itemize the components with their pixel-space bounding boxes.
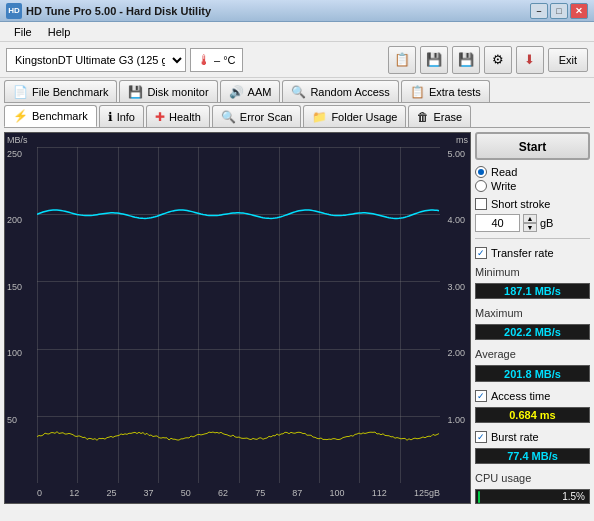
gb-label: gB [540, 217, 553, 229]
aam-icon: 🔊 [229, 85, 244, 99]
disk-monitor-icon: 💾 [128, 85, 143, 99]
file-benchmark-icon: 📄 [13, 85, 28, 99]
y-left-3: 100 [7, 348, 39, 358]
tab-file-benchmark[interactable]: 📄 File Benchmark [4, 80, 117, 102]
radio-read-label: Read [491, 166, 517, 178]
info-icon: ℹ [108, 110, 113, 124]
average-value: 201.8 MB/s [475, 365, 590, 381]
maximum-label: Maximum [475, 307, 590, 319]
tab-folder-usage-label: Folder Usage [331, 111, 397, 123]
temp-display: 🌡 – °C [190, 48, 243, 72]
spin-down[interactable]: ▼ [523, 223, 537, 232]
toolbar: KingstonDT Ultimate G3 (125 gB) 🌡 – °C 📋… [0, 42, 594, 78]
chart-y-labels-left: 250 200 150 100 50 [7, 147, 39, 483]
app-icon: HD [6, 3, 22, 19]
spin-up[interactable]: ▲ [523, 214, 537, 223]
random-access-icon: 🔍 [291, 85, 306, 99]
close-button[interactable]: ✕ [570, 3, 588, 19]
average-label: Average [475, 348, 590, 360]
radio-write-circle [475, 180, 487, 192]
divider-1 [475, 238, 590, 239]
radio-group: Read Write [475, 164, 590, 194]
tab-info-label: Info [117, 111, 135, 123]
y-right-1: 4.00 [438, 215, 468, 225]
y-left-2: 150 [7, 282, 39, 292]
chart-unit-left: MB/s [7, 135, 28, 145]
chart-unit-right: ms [456, 135, 468, 145]
tab-disk-monitor-label: Disk monitor [147, 86, 208, 98]
x-4: 50 [181, 488, 191, 498]
y-right-3: 2.00 [438, 348, 468, 358]
tab-benchmark[interactable]: ⚡ Benchmark [4, 105, 97, 127]
tab-extra-tests-label: Extra tests [429, 86, 481, 98]
transfer-rate-checkbox[interactable]: ✓ [475, 247, 487, 259]
cpu-bar [478, 491, 480, 503]
toolbar-btn-4[interactable]: ⚙ [484, 46, 512, 74]
maximize-button[interactable]: □ [550, 3, 568, 19]
benchmark-icon: ⚡ [13, 109, 28, 123]
tab-health[interactable]: ✚ Health [146, 105, 210, 127]
spin-buttons: ▲ ▼ [523, 214, 537, 232]
tab-file-benchmark-label: File Benchmark [32, 86, 108, 98]
start-button[interactable]: Start [475, 132, 590, 160]
tab-aam[interactable]: 🔊 AAM [220, 80, 281, 102]
burst-rate-checkbox[interactable]: ✓ [475, 431, 487, 443]
menu-help[interactable]: Help [40, 24, 79, 40]
radio-read-dot [478, 169, 484, 175]
error-scan-icon: 🔍 [221, 110, 236, 124]
toolbar-btn-1[interactable]: 📋 [388, 46, 416, 74]
tab-error-scan[interactable]: 🔍 Error Scan [212, 105, 302, 127]
menu-file[interactable]: File [6, 24, 40, 40]
tab-disk-monitor[interactable]: 💾 Disk monitor [119, 80, 217, 102]
folder-usage-icon: 📁 [312, 110, 327, 124]
temp-value: – °C [214, 54, 236, 66]
health-icon: ✚ [155, 110, 165, 124]
top-tabs-row: 📄 File Benchmark 💾 Disk monitor 🔊 AAM 🔍 … [0, 78, 594, 102]
burst-rate-value: 77.4 MB/s [475, 448, 590, 464]
benchmark-canvas [37, 147, 440, 483]
tab-extra-tests[interactable]: 📋 Extra tests [401, 80, 490, 102]
chart-area: MB/s ms 250 200 150 100 50 5.00 4.00 3.0… [4, 132, 471, 504]
radio-read[interactable]: Read [475, 166, 590, 178]
minimize-button[interactable]: – [530, 3, 548, 19]
drive-select[interactable]: KingstonDT Ultimate G3 (125 gB) [6, 48, 186, 72]
right-panel: Start Read Write Short stroke ▲ ▼ [475, 132, 590, 504]
exit-button[interactable]: Exit [548, 48, 588, 72]
window-controls: – □ ✕ [530, 3, 588, 19]
transfer-rate-row: ✓ Transfer rate [475, 247, 590, 259]
x-5: 62 [218, 488, 228, 498]
spinbox-input[interactable] [475, 214, 520, 232]
cpu-usage-value: 1.5% [562, 491, 585, 502]
radio-write[interactable]: Write [475, 180, 590, 192]
toolbar-btn-2[interactable]: 💾 [420, 46, 448, 74]
tab-benchmark-label: Benchmark [32, 110, 88, 122]
tab-health-label: Health [169, 111, 201, 123]
title-bar: HD HD Tune Pro 5.00 - Hard Disk Utility … [0, 0, 594, 22]
y-right-0: 5.00 [438, 149, 468, 159]
chart-y-labels-right: 5.00 4.00 3.00 2.00 1.00 [438, 147, 468, 483]
main-content: MB/s ms 250 200 150 100 50 5.00 4.00 3.0… [0, 128, 594, 508]
tab-random-access[interactable]: 🔍 Random Access [282, 80, 398, 102]
x-7: 87 [292, 488, 302, 498]
burst-rate-row: ✓ Burst rate [475, 431, 590, 443]
top-tabs-container: 📄 File Benchmark 💾 Disk monitor 🔊 AAM 🔍 … [0, 78, 594, 128]
minimum-value: 187.1 MB/s [475, 283, 590, 299]
tab-folder-usage[interactable]: 📁 Folder Usage [303, 105, 406, 127]
y-left-1: 200 [7, 215, 39, 225]
short-stroke-check[interactable]: Short stroke [475, 198, 590, 210]
radio-read-circle [475, 166, 487, 178]
toolbar-btn-5[interactable]: ⬇ [516, 46, 544, 74]
access-time-checkbox[interactable]: ✓ [475, 390, 487, 402]
tab-erase[interactable]: 🗑 Erase [408, 105, 471, 127]
y-left-4: 50 [7, 415, 39, 425]
thermometer-icon: 🌡 [197, 52, 211, 68]
bottom-tabs-row: ⚡ Benchmark ℹ Info ✚ Health 🔍 Error Scan… [0, 103, 594, 127]
cpu-bar-container: 1.5% [475, 489, 590, 504]
toolbar-btn-3[interactable]: 💾 [452, 46, 480, 74]
x-8: 100 [330, 488, 345, 498]
x-6: 75 [255, 488, 265, 498]
menu-bar: File Help [0, 22, 594, 42]
tab-info[interactable]: ℹ Info [99, 105, 144, 127]
tab-random-access-label: Random Access [310, 86, 389, 98]
cpu-usage-label: CPU usage [475, 472, 590, 484]
